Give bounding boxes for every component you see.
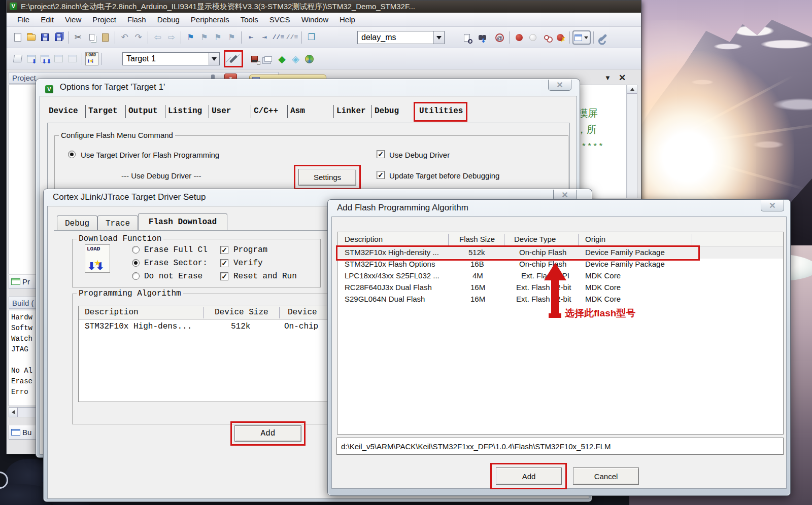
cortex-tab-flash-download[interactable]: Flash Download <box>138 213 227 231</box>
menu-view[interactable]: View <box>59 15 87 24</box>
project-tree[interactable] <box>9 85 37 274</box>
find-in-files-icon[interactable] <box>460 30 473 45</box>
search-combo[interactable]: delay_ms <box>357 31 445 44</box>
paste-icon[interactable] <box>98 30 112 45</box>
stop-build-icon[interactable] <box>65 52 79 66</box>
use-debug-driver-checkbox[interactable]: ✓ <box>377 150 385 158</box>
find-next-icon[interactable]: ⬇ <box>473 30 487 45</box>
menu-project[interactable]: Project <box>87 15 122 24</box>
do-not-erase-radio[interactable] <box>132 272 140 280</box>
update-target-label: Update Target before Debugging <box>389 171 499 180</box>
batch-build-icon[interactable] <box>52 52 65 66</box>
breakpoint-enable-all-icon[interactable] <box>539 30 553 45</box>
cut-icon[interactable]: ✂ <box>71 30 85 45</box>
new-file-icon[interactable] <box>11 30 24 45</box>
breakpoint-kill-all-icon[interactable]: ✗ <box>553 30 567 45</box>
search-combo-dropdown[interactable] <box>433 31 444 44</box>
configure-icon[interactable]: ❐ <box>304 30 318 45</box>
title-bar[interactable]: V E:\project\2.8inch\全动电子2.8inch_Arduino… <box>7 1 641 13</box>
target-select[interactable]: Target 1 <box>122 52 220 65</box>
menu-debug[interactable]: Debug <box>152 15 185 24</box>
menu-edit[interactable]: Edit <box>35 15 59 24</box>
redo-icon[interactable]: ↷ <box>131 30 145 45</box>
flash-erase-icon[interactable] <box>248 52 261 66</box>
menu-file[interactable]: File <box>12 15 35 24</box>
editor-dock-menu-icon[interactable]: ▼ <box>604 74 611 82</box>
tab-debug[interactable]: Debug <box>372 105 412 118</box>
flash-table[interactable]: Description Flash Size Device Type Origi… <box>337 232 784 435</box>
update-target-checkbox[interactable]: ✓ <box>377 171 385 179</box>
file-extensions-icon[interactable]: ◈ <box>289 52 302 66</box>
tab-user[interactable]: User <box>209 105 251 118</box>
build-output[interactable]: HardwSoftwWatchJTAG No AlEraseErro <box>9 310 38 406</box>
options-for-target-icon[interactable] <box>229 55 238 63</box>
menu-svcs[interactable]: SVCS <box>264 15 296 24</box>
navigate-back-icon[interactable]: ⇦ <box>151 30 164 45</box>
tab-output[interactable]: Output <box>126 105 165 118</box>
save-all-icon[interactable] <box>52 30 65 45</box>
target-select-dropdown[interactable] <box>209 53 219 65</box>
editor-scrollbar[interactable] <box>627 85 637 198</box>
menu-help[interactable]: Help <box>334 15 361 24</box>
manage-components-icon[interactable] <box>261 52 275 66</box>
rebuild-icon[interactable]: ⬇⬇ <box>38 52 52 66</box>
tab-asm[interactable]: Asm <box>288 105 334 118</box>
select-folders-icon[interactable]: ◆ <box>275 52 289 66</box>
reset-run-checkbox[interactable]: ✓ <box>220 272 228 280</box>
output-hscrollbar[interactable] <box>9 407 38 417</box>
bookmark-next-icon[interactable]: ⚑ <box>211 30 225 45</box>
code-line: 摸屏 <box>578 106 598 120</box>
addflash-dialog-title: Add Flash Programming Algorithm <box>337 203 468 213</box>
verify-checkbox[interactable]: ✓ <box>220 259 228 267</box>
tab-device[interactable]: Device <box>46 105 86 118</box>
tab-target[interactable]: Target <box>86 105 126 118</box>
erase-sector-radio[interactable] <box>132 259 140 267</box>
flash-row[interactable]: RC28F640J3x Dual Flash 16M Ext. Flash 32… <box>337 282 783 294</box>
save-icon[interactable] <box>38 30 52 45</box>
erase-full-radio[interactable] <box>132 246 140 254</box>
tab-linker[interactable]: Linker <box>334 105 372 118</box>
translate-icon[interactable] <box>11 52 24 66</box>
build-icon[interactable]: ⬇ <box>24 52 38 66</box>
menu-peripherals[interactable]: Peripherals <box>185 15 235 24</box>
pack-installer-icon[interactable] <box>302 52 316 66</box>
scroll-up-icon[interactable] <box>627 85 637 94</box>
breakpoint-disabled-icon[interactable] <box>526 30 539 45</box>
bookmark-clear-icon[interactable]: ⚑ <box>225 30 239 45</box>
program-checkbox[interactable]: ✓ <box>220 246 228 254</box>
editor-close-icon[interactable]: ✕ <box>619 73 626 83</box>
download-icon[interactable]: LOAD⬇⬇★ <box>85 52 98 66</box>
copy-icon[interactable] <box>85 30 98 45</box>
scroll-left-icon[interactable] <box>9 408 18 417</box>
cortex-tab-debug[interactable]: Debug <box>57 215 97 231</box>
menu-tools[interactable]: Tools <box>235 15 264 24</box>
navigate-forward-icon[interactable]: ⇨ <box>164 30 178 45</box>
open-file-icon[interactable] <box>24 30 38 45</box>
find-icon[interactable]: @ <box>493 30 506 45</box>
flash-row[interactable]: S29GL064N Dual Flash 16M Ext. Flash 32-b… <box>337 294 783 305</box>
comment-icon[interactable]: //≡ <box>272 30 285 45</box>
tab-cc[interactable]: C/C++ <box>251 105 288 118</box>
tools-wrench-icon[interactable] <box>596 30 610 45</box>
output-line: Erro <box>11 387 38 398</box>
undo-icon[interactable]: ↶ <box>118 30 131 45</box>
cortex-tab-trace[interactable]: Trace <box>97 215 138 231</box>
tab-listing[interactable]: Listing <box>165 105 209 118</box>
editor-area[interactable]: 摸屏 ，所 ***** <box>574 85 627 198</box>
addflash-dialog-close-button[interactable]: ✕ <box>761 200 784 211</box>
cancel-button[interactable]: Cancel <box>573 467 639 485</box>
unindent-icon[interactable]: ⇤ <box>244 30 258 45</box>
menu-window[interactable]: Window <box>296 15 334 24</box>
bookmark-prev-icon[interactable]: ⚑ <box>197 30 211 45</box>
project-tab[interactable]: Pr <box>9 275 38 289</box>
breakpoint-icon[interactable] <box>512 30 526 45</box>
algorithm-table[interactable]: Description Device Size Device STM32F10x… <box>78 306 342 402</box>
bookmark-icon[interactable]: ⚑ <box>184 30 197 45</box>
menu-flash[interactable]: Flash <box>122 15 152 24</box>
indent-icon[interactable]: ⇥ <box>258 30 272 45</box>
use-target-driver-radio[interactable] <box>68 151 76 158</box>
flm-path-field[interactable]: d:\Keil_v5\ARM\PACK\Keil\STM32F1xx_DFP\1… <box>336 438 784 455</box>
debug-windows-icon[interactable] <box>572 30 591 45</box>
options-dialog-close-button[interactable]: ✕ <box>548 80 571 91</box>
uncomment-icon[interactable]: //≡ <box>285 30 299 45</box>
